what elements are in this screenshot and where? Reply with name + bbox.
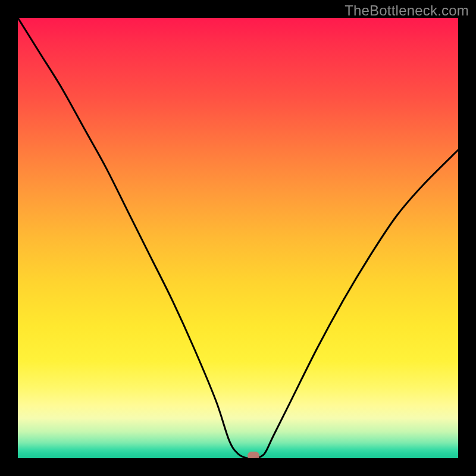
plot-area [18,18,458,458]
bottleneck-curve [18,18,458,458]
chart-container: TheBottleneck.com [0,0,476,476]
attribution-label: TheBottleneck.com [345,2,469,19]
plot-inner [18,18,458,458]
optimal-point-marker [248,452,259,458]
